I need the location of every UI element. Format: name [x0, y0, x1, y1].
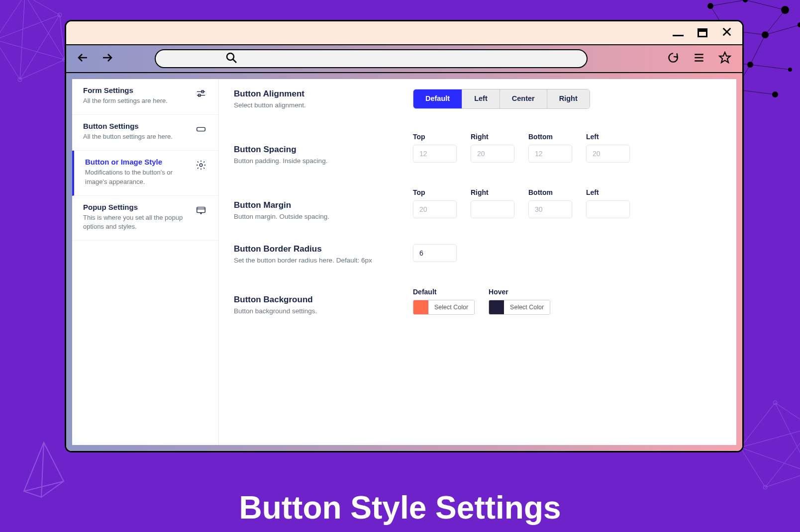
- page-title: Button Style Settings: [0, 489, 800, 526]
- browser-window: Form Settings All the form settings are …: [65, 20, 744, 452]
- svg-line-16: [775, 403, 800, 472]
- alignment-option-center[interactable]: Center: [500, 89, 547, 108]
- svg-marker-0: [0, 0, 65, 80]
- sidebar-item-title: Popup Settings: [83, 203, 191, 211]
- setting-title: Button Margin: [234, 200, 413, 210]
- favorite-button[interactable]: [718, 51, 731, 66]
- nav-bar: [66, 45, 742, 73]
- setting-button-background: Button Background Button background sett…: [234, 288, 721, 315]
- bg-default-swatch: [413, 300, 428, 314]
- svg-line-44: [750, 35, 765, 65]
- alignment-segmented: Default Left Center Right: [413, 89, 590, 109]
- popup-icon: [196, 205, 207, 218]
- search-icon: [225, 52, 237, 66]
- settings-sidebar: Form Settings All the form settings are …: [72, 79, 219, 445]
- svg-line-40: [765, 10, 785, 35]
- svg-point-51: [227, 53, 234, 60]
- spacing-left-input[interactable]: [586, 145, 630, 163]
- bg-default-label: Default: [413, 288, 475, 296]
- margin-top-label: Top: [413, 188, 457, 196]
- svg-line-5: [20, 15, 60, 80]
- setting-desc: Set the button border radius here. Defau…: [234, 257, 413, 264]
- svg-line-3: [0, 40, 65, 60]
- spacing-top-label: Top: [413, 133, 457, 141]
- margin-right-input[interactable]: [471, 200, 514, 218]
- spacing-right-input[interactable]: [471, 145, 514, 163]
- setting-title: Button Border Radius: [234, 244, 413, 254]
- svg-line-36: [745, 0, 785, 10]
- setting-title: Button Alignment: [234, 89, 413, 99]
- sliders-icon: [196, 88, 207, 101]
- margin-bottom-label: Bottom: [528, 188, 572, 196]
- svg-rect-63: [197, 207, 205, 212]
- alignment-option-right[interactable]: Right: [547, 89, 590, 108]
- setting-desc: Button background settings.: [234, 307, 413, 315]
- content-area: Form Settings All the form settings are …: [66, 73, 742, 451]
- sidebar-item-title: Form Settings: [83, 86, 191, 94]
- window-close-button[interactable]: [721, 26, 732, 39]
- setting-button-margin: Button Margin Button margin. Outside spa…: [234, 188, 721, 220]
- window-maximize-button[interactable]: [698, 28, 707, 37]
- settings-main: Button Alignment Select button alignment…: [219, 79, 736, 445]
- svg-line-18: [765, 428, 800, 487]
- setting-button-spacing: Button Spacing Button padding. Inside sp…: [234, 133, 721, 165]
- setting-title: Button Background: [234, 295, 413, 305]
- svg-line-17: [740, 447, 800, 472]
- spacing-bottom-input[interactable]: [528, 145, 572, 163]
- bg-hover-label: Hover: [489, 288, 550, 296]
- alignment-option-left[interactable]: Left: [462, 89, 500, 108]
- svg-line-15: [740, 428, 800, 447]
- bg-hover-swatch: [489, 300, 504, 314]
- border-radius-input[interactable]: [413, 244, 457, 262]
- reload-button[interactable]: [667, 51, 680, 66]
- sidebar-item-form-settings[interactable]: Form Settings All the form settings are …: [72, 79, 218, 115]
- setting-desc: Button padding. Inside spacing.: [234, 157, 413, 165]
- svg-rect-61: [197, 128, 205, 131]
- svg-line-2: [25, 0, 65, 60]
- svg-line-35: [710, 0, 745, 6]
- sidebar-item-title: Button or Image Style: [85, 158, 191, 166]
- svg-line-38: [765, 25, 800, 35]
- bg-default-picker[interactable]: Select Color: [413, 300, 475, 315]
- sidebar-item-desc: All the form settings are here.: [83, 96, 191, 105]
- bg-default-select-label: Select Color: [428, 300, 474, 314]
- spacing-top-input[interactable]: [413, 145, 457, 163]
- sidebar-item-popup-settings[interactable]: Popup Settings This is where you set all…: [72, 196, 218, 241]
- svg-marker-56: [719, 52, 730, 63]
- margin-bottom-input[interactable]: [528, 200, 572, 218]
- sidebar-item-button-image-style[interactable]: Button or Image Style Modifications to t…: [72, 151, 218, 195]
- svg-line-52: [233, 59, 236, 63]
- setting-button-alignment: Button Alignment Select button alignment…: [234, 89, 721, 109]
- bg-hover-picker[interactable]: Select Color: [489, 300, 550, 315]
- spacing-bottom-label: Bottom: [528, 133, 572, 141]
- sidebar-item-desc: All the button settings are here.: [83, 132, 191, 141]
- forward-button[interactable]: [101, 52, 113, 66]
- back-button[interactable]: [77, 52, 89, 66]
- menu-button[interactable]: [693, 51, 705, 66]
- address-bar[interactable]: [155, 49, 588, 68]
- window-minimize-button[interactable]: [673, 30, 684, 36]
- setting-border-radius: Button Border Radius Set the button bord…: [234, 244, 721, 264]
- margin-right-label: Right: [471, 188, 514, 196]
- setting-desc: Select button alignment.: [234, 101, 413, 109]
- sidebar-item-desc: This is where you set all the popup opti…: [83, 213, 191, 231]
- svg-point-62: [200, 164, 202, 167]
- sidebar-item-desc: Modifications to the button's or image's…: [85, 168, 191, 186]
- alignment-option-default[interactable]: Default: [413, 89, 462, 108]
- margin-top-input[interactable]: [413, 200, 457, 218]
- svg-line-42: [750, 65, 790, 70]
- bg-hover-select-label: Select Color: [504, 300, 550, 314]
- setting-desc: Button margin. Outside spacing.: [234, 213, 413, 220]
- sidebar-item-button-settings[interactable]: Button Settings All the button settings …: [72, 115, 218, 151]
- margin-left-label: Left: [586, 188, 630, 196]
- gear-icon: [196, 160, 207, 173]
- margin-left-input[interactable]: [586, 200, 630, 218]
- sidebar-item-title: Button Settings: [83, 122, 191, 130]
- title-bar: [66, 21, 742, 45]
- spacing-right-label: Right: [471, 133, 514, 141]
- button-icon: [196, 124, 207, 137]
- svg-line-4: [20, 0, 25, 80]
- setting-title: Button Spacing: [234, 145, 413, 155]
- spacing-left-label: Left: [586, 133, 630, 141]
